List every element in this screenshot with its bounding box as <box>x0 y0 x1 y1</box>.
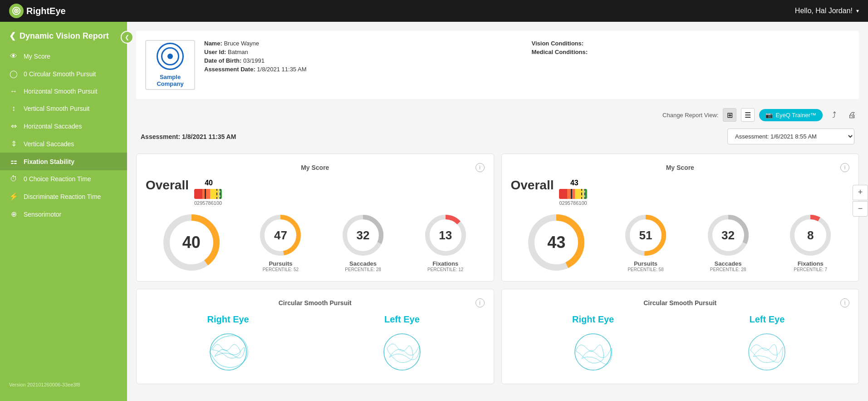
sidebar-item-my-score[interactable]: 👁 My Score <box>0 48 127 65</box>
circle-icon: ◯ <box>9 69 18 78</box>
score-card-right-header: My Score i <box>511 163 850 172</box>
vision-conditions-label: Vision Conditions: <box>532 40 850 47</box>
share-icon: ⤴ <box>832 110 836 120</box>
cards-grid: My Score i Overall 40 <box>136 153 859 384</box>
sidebar-item-horizontal-saccades[interactable]: ⇔ Horizontal Saccades <box>0 117 127 135</box>
sidebar-item-fixation-stability[interactable]: ⚏ Fixation Stability <box>0 153 127 170</box>
profile-info: Name: Bruce Wayne User Id: Batman Date o… <box>204 40 523 74</box>
zoom-out-icon: − <box>858 204 863 213</box>
sidebar-item-discriminate-reaction-time[interactable]: ⚡ Discriminate Reaction Time <box>0 188 127 205</box>
sidebar-item-horizontal-smooth-pursuit[interactable]: ↔ Horizontal Smooth Pursuit <box>0 83 127 100</box>
sidebar-title-text: Dynamic Vision Report <box>20 31 109 41</box>
pursuit-card-right: Circular Smooth Pursuit i Right Eye Left… <box>501 289 859 384</box>
pursuit-info-icon-right[interactable]: i <box>840 298 849 307</box>
bar-target-right <box>581 189 585 199</box>
profile-dob: Date of Birth: 03/1991 <box>204 57 523 64</box>
pursuit-card-right-title: Circular Smooth Pursuit <box>520 299 841 307</box>
name-value: Bruce Wayne <box>224 40 259 47</box>
main-content: Sample Company Name: Bruce Wayne User Id… <box>127 22 868 401</box>
donuts-row-right: 43 51 Pursuits PERCENTILE: 58 <box>511 213 850 272</box>
pursuit-eyes-row-right: Right Eye Left Eye <box>511 314 850 375</box>
donut-saccades-percentile-right: PERCENTILE: 28 <box>710 267 746 272</box>
logo-inner-circle <box>161 47 179 65</box>
vision-conditions: Vision Conditions: Medical Conditions: <box>532 40 850 57</box>
bar-marker-right <box>571 189 572 199</box>
dob-value: 03/1991 <box>243 57 265 64</box>
sidebar-item-label: My Score <box>24 53 50 60</box>
sidebar-item-label: Discriminate Reaction Time <box>24 193 101 200</box>
assessment-date-label: Assessment Date: <box>204 66 255 73</box>
greeting-text: Hello, Hal Jordan! <box>795 7 853 15</box>
logo-center-dot <box>167 54 173 59</box>
donut-overall-container-left: 40 <box>162 213 221 272</box>
sidebar-collapse-button[interactable]: ❮ <box>121 31 133 44</box>
change-report-label: Change Report View: <box>662 112 718 119</box>
profile-name: Name: Bruce Wayne <box>204 40 523 47</box>
right-eye-chart-right <box>561 329 625 375</box>
assessment-select[interactable]: Assessment: 1/6/2021 8:55 AM Assessment:… <box>727 129 854 144</box>
pursuit-card-left-header: Circular Smooth Pursuit i <box>146 298 485 307</box>
horizontal-arrows-icon: ↔ <box>9 87 18 95</box>
bar-container-left: 40 0 29 57 <box>194 179 222 206</box>
donuts-row-left: 40 47 Pursuits PERCENTILE: <box>146 213 485 272</box>
grid-view-button[interactable]: ⊞ <box>723 108 736 122</box>
sidebar-item-label: Vertical Smooth Pursuit <box>24 105 90 112</box>
double-horizontal-icon: ⇔ <box>9 122 18 130</box>
left-eye-section-right: Left Eye <box>685 314 849 375</box>
sidebar-item-label: Vertical Saccades <box>24 140 74 148</box>
list-icon: ☰ <box>745 111 751 119</box>
assessment-date-value: 1/8/2021 11:35 AM <box>257 66 306 73</box>
donut-fixations-container-left: 13 <box>423 213 468 258</box>
eyeq-trainer-button[interactable]: 📷 EyeQ Trainer™ <box>759 109 823 121</box>
zoom-in-button[interactable]: + <box>853 185 868 200</box>
page-layout: ❮ Dynamic Vision Report ❮ 👁 My Score ◯ 0… <box>0 22 868 401</box>
user-id-label: User Id: <box>204 49 226 55</box>
pursuit-card-right-header: Circular Smooth Pursuit i <box>511 298 850 307</box>
sidebar-item-circular-smooth-pursuit[interactable]: ◯ 0 Circular Smooth Pursuit <box>0 65 127 83</box>
sidebar-item-sensorimotor[interactable]: ⊕ Sensorimotor <box>0 205 127 223</box>
share-button[interactable]: ⤴ <box>827 108 841 122</box>
print-icon: 🖨 <box>848 110 856 120</box>
donut-saccades-container-left: 32 <box>340 213 386 258</box>
zoom-out-button[interactable]: − <box>853 201 868 217</box>
list-view-button[interactable]: ☰ <box>741 108 755 122</box>
medical-conditions-label: Medical Conditions: <box>532 49 850 55</box>
donut-fixations-value-left: 13 <box>439 228 452 243</box>
right-eye-section-left: Right Eye <box>146 314 310 375</box>
score-bar-wrapper-right: Overall 43 0 <box>511 179 850 206</box>
print-button[interactable]: 🖨 <box>845 108 859 122</box>
donut-overall-container-right: 43 <box>527 213 586 272</box>
double-vertical-icon: ⇕ <box>9 139 18 148</box>
info-icon-right[interactable]: i <box>840 163 849 172</box>
sidebar-title: ❮ Dynamic Vision Report <box>0 22 127 48</box>
donut-pursuits-right: 51 Pursuits PERCENTILE: 58 <box>623 213 668 272</box>
right-eye-chart-left <box>196 329 260 375</box>
donut-pursuits-value-left: 47 <box>274 228 287 243</box>
info-icon-left[interactable]: i <box>476 163 485 172</box>
score-card-left: My Score i Overall 40 <box>136 153 494 282</box>
score-card-right-title: My Score <box>520 164 841 171</box>
profile-header: Sample Company Name: Bruce Wayne User Id… <box>136 31 859 99</box>
bar-score-right: 43 <box>559 179 587 187</box>
user-id-value: Batman <box>228 49 248 55</box>
sidebar-nav: 👁 My Score ◯ 0 Circular Smooth Pursuit ↔… <box>0 48 127 382</box>
donut-pursuits-container-left: 47 <box>258 213 303 258</box>
sidebar-item-vertical-smooth-pursuit[interactable]: ↕ Vertical Smooth Pursuit <box>0 100 127 117</box>
crosshair-icon: ⊕ <box>9 210 18 218</box>
donut-overall-value-left: 40 <box>182 233 201 252</box>
sidebar-item-label: Fixation Stability <box>24 158 74 165</box>
chevron-down-icon[interactable]: ▾ <box>856 8 859 14</box>
sidebar-item-label: 0 Circular Smooth Pursuit <box>24 70 96 78</box>
donut-fixations-percentile-right: PERCENTILE: 7 <box>794 267 827 272</box>
bar-segment-red <box>194 189 202 199</box>
pursuit-info-icon-left[interactable]: i <box>476 298 485 307</box>
sidebar-item-vertical-saccades[interactable]: ⇕ Vertical Saccades <box>0 135 127 153</box>
donut-pursuits-container-right: 51 <box>623 213 668 258</box>
sidebar-item-label: Horizontal Smooth Pursuit <box>24 88 98 95</box>
sidebar-item-choice-reaction-time[interactable]: ⏱ 0 Choice Reaction Time <box>0 170 127 188</box>
color-bar-right <box>559 189 587 199</box>
score-card-left-title: My Score <box>155 164 476 171</box>
donut-fixations-label-right: Fixations <box>798 260 824 267</box>
sidebar-item-label: Horizontal Saccades <box>24 123 82 130</box>
side-buttons: + − <box>853 185 868 217</box>
